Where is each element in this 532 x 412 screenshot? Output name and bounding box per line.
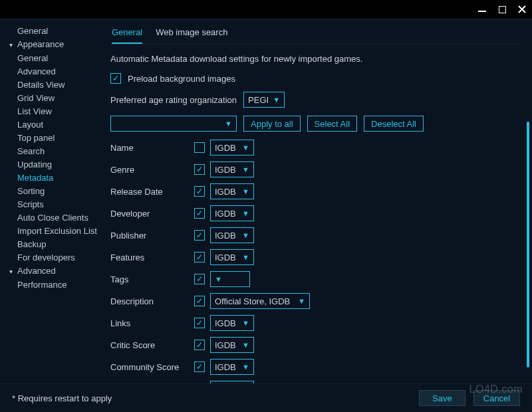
field-source-dropdown[interactable]: IGDB▼ <box>210 249 254 265</box>
sidebar-item-layout[interactable]: Layout <box>9 118 104 132</box>
field-source-dropdown[interactable]: IGDB▼ <box>210 140 254 155</box>
chevron-down-icon: ▼ <box>242 363 249 371</box>
field-label: Tags <box>110 274 194 284</box>
restart-note: * Requires restart to apply <box>12 393 112 403</box>
field-label: Developer <box>110 209 194 219</box>
chevron-down-icon: ▼ <box>242 187 249 195</box>
tabs: GeneralWeb image search <box>110 25 521 45</box>
field-checkbox[interactable] <box>194 186 205 197</box>
field-row: Tags▼ <box>110 271 521 287</box>
sidebar-item-general[interactable]: General <box>9 52 104 65</box>
minimize-button[interactable] <box>477 5 487 14</box>
sidebar-item-updating[interactable]: Updating <box>9 158 104 171</box>
field-checkbox[interactable] <box>194 164 205 175</box>
sidebar-item-metadata[interactable]: Metadata <box>9 171 104 185</box>
age-rating-label: Preferred age rating organization <box>110 95 237 105</box>
field-label: Publisher <box>110 231 194 241</box>
deselect-all-button[interactable]: Deselect All <box>364 116 424 132</box>
field-row: DescriptionOfficial Store, IGDB▼ <box>110 293 521 309</box>
footer: * Requires restart to apply Save Cancel <box>0 384 532 412</box>
field-row: GenreIGDB▼ <box>110 161 521 177</box>
field-label: Description <box>110 296 194 306</box>
field-checkbox[interactable] <box>194 340 205 350</box>
chevron-down-icon: ▼ <box>273 96 280 104</box>
field-source-dropdown[interactable]: ▼ <box>210 271 250 287</box>
sidebar-item-for-developers[interactable]: For developers <box>9 251 104 264</box>
sidebar-item-advanced[interactable]: Advanced <box>9 65 104 78</box>
sidebar-item-advanced[interactable]: Advanced <box>9 264 104 278</box>
field-source-dropdown[interactable]: Official Store, IGDB▼ <box>210 293 310 309</box>
sidebar-item-search[interactable]: Search <box>9 145 104 158</box>
section-description: Automatic Metadata download settings for… <box>110 54 521 64</box>
field-source-dropdown[interactable]: IGDB▼ <box>210 337 254 353</box>
chevron-down-icon: ▼ <box>298 297 305 305</box>
apply-to-all-button[interactable]: Apply to all <box>243 116 301 132</box>
field-source-dropdown[interactable]: IGDB▼ <box>210 227 254 243</box>
chevron-down-icon: ▼ <box>242 319 249 327</box>
field-checkbox[interactable] <box>194 274 205 284</box>
cancel-button[interactable]: Cancel <box>473 390 520 406</box>
sidebar-item-performance[interactable]: Performance <box>9 278 104 292</box>
chevron-down-icon: ▼ <box>242 209 249 217</box>
field-checkbox[interactable] <box>194 142 205 153</box>
field-checkbox[interactable] <box>194 318 205 328</box>
sidebar-item-import-exclusion-list[interactable]: Import Exclusion List <box>9 225 104 238</box>
tab-web-image-search[interactable]: Web image search <box>156 25 227 44</box>
chevron-down-icon: ▼ <box>242 165 249 173</box>
field-label: Release Date <box>110 187 194 197</box>
field-label: Links <box>110 318 194 328</box>
sidebar-item-top-panel[interactable]: Top panel <box>9 132 104 145</box>
sidebar-item-sorting[interactable]: Sorting <box>9 185 104 198</box>
field-label: Name <box>110 143 194 153</box>
preload-checkbox[interactable] <box>110 73 121 84</box>
chevron-down-icon: ▼ <box>242 231 249 239</box>
sidebar-item-details-view[interactable]: Details View <box>9 78 104 92</box>
bulk-source-dropdown[interactable]: ▼ <box>110 116 237 132</box>
select-all-button[interactable]: Select All <box>307 116 357 132</box>
save-button[interactable]: Save <box>419 390 466 406</box>
metadata-fields: NameIGDB▼GenreIGDB▼Release DateIGDB▼Deve… <box>110 140 521 383</box>
field-source-dropdown[interactable]: IGDB▼ <box>210 381 254 383</box>
field-checkbox[interactable] <box>194 252 205 262</box>
sidebar-item-appearance[interactable]: Appearance <box>9 38 104 52</box>
chevron-down-icon: ▼ <box>225 120 232 128</box>
scrollbar[interactable] <box>527 122 529 367</box>
field-row: LinksIGDB▼ <box>110 315 521 331</box>
chevron-down-icon: ▼ <box>242 341 249 349</box>
sidebar-item-auto-close-clients[interactable]: Auto Close Clients <box>9 211 104 225</box>
field-row: Age RatingIGDB▼ <box>110 381 521 383</box>
chevron-down-icon: ▼ <box>242 253 249 261</box>
field-source-dropdown[interactable]: IGDB▼ <box>210 205 254 221</box>
field-label: Genre <box>110 165 194 175</box>
field-label: Community Score <box>110 362 194 372</box>
field-row: Release DateIGDB▼ <box>110 183 521 199</box>
chevron-down-icon: ▼ <box>215 275 222 283</box>
close-button[interactable] <box>517 5 527 14</box>
age-rating-dropdown[interactable]: PEGI ▼ <box>243 92 285 108</box>
maximize-button[interactable] <box>497 5 507 14</box>
field-checkbox[interactable] <box>194 208 205 219</box>
sidebar-item-scripts[interactable]: Scripts <box>9 198 104 211</box>
chevron-down-icon: ▼ <box>242 144 249 152</box>
field-checkbox[interactable] <box>194 230 205 241</box>
main-panel: GeneralWeb image search Automatic Metada… <box>106 19 532 383</box>
field-row: DeveloperIGDB▼ <box>110 205 521 221</box>
sidebar-item-general[interactable]: General <box>9 25 104 38</box>
sidebar-item-grid-view[interactable]: Grid View <box>9 92 104 105</box>
preload-label: Preload background images <box>128 74 235 84</box>
sidebar-item-backup[interactable]: Backup <box>9 238 104 251</box>
field-source-dropdown[interactable]: IGDB▼ <box>210 161 254 177</box>
titlebar <box>0 0 532 19</box>
field-label: Features <box>110 253 194 262</box>
field-source-dropdown[interactable]: IGDB▼ <box>210 183 254 199</box>
field-row: Community ScoreIGDB▼ <box>110 359 521 375</box>
field-checkbox[interactable] <box>194 361 205 372</box>
tab-general[interactable]: General <box>112 25 142 44</box>
field-row: Critic ScoreIGDB▼ <box>110 337 521 353</box>
field-row: NameIGDB▼ <box>110 140 521 155</box>
field-source-dropdown[interactable]: IGDB▼ <box>210 315 254 331</box>
field-checkbox[interactable] <box>194 296 205 306</box>
sidebar-item-list-view[interactable]: List View <box>9 105 104 118</box>
field-source-dropdown[interactable]: IGDB▼ <box>210 359 254 375</box>
field-row: FeaturesIGDB▼ <box>110 249 521 265</box>
